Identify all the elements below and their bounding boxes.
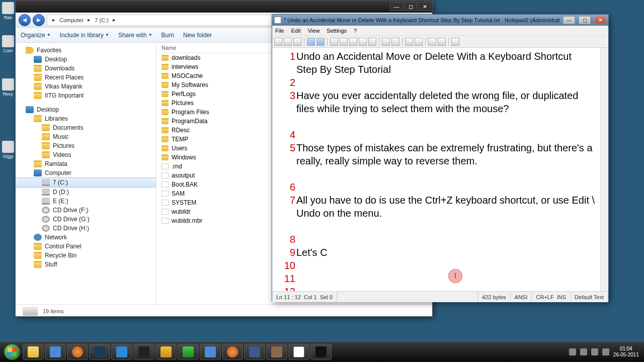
start-button[interactable] (2, 342, 22, 362)
zoomout-icon[interactable] (415, 38, 423, 46)
system-tray[interactable]: 01:04 26-05-2011 (569, 346, 642, 358)
include-library-button[interactable]: Include in library▼ (60, 32, 109, 39)
explorer-statusbar: 19 items (16, 304, 432, 317)
tree-item[interactable]: Videos (16, 150, 156, 159)
clock[interactable]: 01:04 26-05-2011 (613, 346, 639, 358)
desktop-icon[interactable]: Com (1, 35, 15, 53)
tree-item[interactable]: Pictures (16, 141, 156, 150)
tree-item[interactable]: Downloads (16, 64, 156, 73)
back-button[interactable]: ◄ (19, 14, 31, 26)
forward-button[interactable]: ► (33, 14, 45, 26)
new-icon[interactable] (274, 38, 282, 46)
cut-icon[interactable] (330, 38, 338, 46)
maximize-button[interactable]: ◻ (579, 16, 591, 24)
tool-icon[interactable] (428, 38, 436, 46)
tray-icon[interactable] (591, 348, 598, 355)
cursor-highlight-icon: I (448, 269, 462, 283)
organize-button[interactable]: Organize▼ (21, 32, 51, 39)
replace-icon[interactable] (368, 38, 376, 46)
tree-desktop[interactable]: Desktop (16, 105, 156, 114)
open-icon[interactable] (284, 38, 292, 46)
tree-network[interactable]: Network (16, 233, 156, 242)
menu-bar: File Edit View Settings ? (272, 26, 608, 36)
tree-item[interactable]: Vikas Mayank (16, 82, 156, 91)
notepad2-titlebar[interactable]: * Undo an Accidental Move or Delete With… (272, 15, 608, 26)
tree-drive[interactable]: CD Drive (F:) (16, 206, 156, 215)
menu-help[interactable]: ? (354, 28, 357, 34)
taskbar-item[interactable] (266, 344, 287, 360)
tool-icon[interactable] (391, 38, 399, 46)
scrollbar[interactable] (600, 48, 608, 291)
share-with-button[interactable]: Share with▼ (118, 32, 152, 39)
folder-icon (162, 73, 169, 79)
taskbar-item[interactable] (45, 344, 66, 360)
text-content[interactable]: Undo an Accidental Move or Delete With a… (296, 48, 600, 291)
maximize-button[interactable]: ◻ (404, 2, 417, 11)
taskbar-item[interactable] (155, 344, 177, 360)
taskbar-item[interactable] (67, 344, 88, 360)
tree-item[interactable]: Recent Places (16, 73, 156, 82)
taskbar-item[interactable] (244, 344, 265, 360)
nav-tree[interactable]: Favorites Desktop Downloads Recent Place… (16, 43, 156, 304)
close-button[interactable]: ✕ (594, 16, 606, 24)
taskbar-item[interactable] (178, 344, 199, 360)
close-button[interactable]: ✕ (418, 2, 431, 11)
tree-item[interactable]: Stuff (16, 260, 156, 269)
save-icon[interactable] (293, 38, 301, 46)
tree-item[interactable]: Music (16, 132, 156, 141)
taskbar-item-cmd[interactable] (310, 344, 332, 360)
taskbar-item[interactable] (133, 344, 154, 360)
taskbar-item[interactable] (89, 344, 110, 360)
paste-icon[interactable] (349, 38, 357, 46)
taskbar-item-firefox[interactable] (222, 344, 243, 360)
tree-drive-c[interactable]: 7 (C:) (16, 177, 156, 188)
toolbar (272, 36, 608, 48)
taskbar-item-notepad2[interactable] (288, 344, 309, 360)
taskbar-item[interactable] (111, 344, 132, 360)
burn-button[interactable]: Burn (162, 32, 174, 39)
redo-icon[interactable] (316, 38, 325, 46)
tool-icon[interactable] (438, 38, 446, 46)
tree-drive[interactable]: E (E:) (16, 197, 156, 206)
tree-item[interactable]: Desktop (16, 55, 156, 64)
folder-icon (162, 82, 169, 88)
folder-icon (162, 154, 169, 160)
folder-icon (162, 64, 169, 70)
taskbar-item-explorer[interactable] (23, 344, 44, 360)
desktop-icon[interactable]: Ran (1, 2, 15, 20)
tree-libraries[interactable]: Libraries (16, 114, 156, 123)
desktop-icon[interactable]: Recy (1, 78, 15, 97)
tray-icon[interactable] (569, 348, 576, 355)
tree-drive[interactable]: CD Drive (H:) (16, 224, 156, 233)
tree-computer[interactable]: Computer (16, 168, 156, 177)
explorer-titlebar[interactable]: — ◻ ✕ (16, 1, 432, 13)
tree-item[interactable]: Documents (16, 123, 156, 132)
taskbar-item[interactable] (200, 344, 221, 360)
new-folder-button[interactable]: New folder (183, 32, 212, 39)
menu-file[interactable]: File (275, 28, 284, 34)
volume-icon[interactable] (602, 348, 609, 355)
tray-icon[interactable] (580, 348, 587, 355)
copy-icon[interactable] (340, 38, 348, 46)
find-icon[interactable] (359, 38, 367, 46)
tree-drive[interactable]: D (D:) (16, 188, 156, 197)
tree-drive[interactable]: CD Drive (G:) (16, 215, 156, 224)
editor-area[interactable]: 123456789101112 Undo an Accidental Move … (272, 48, 608, 291)
minimize-button[interactable]: — (390, 2, 403, 11)
file-icon (162, 182, 169, 188)
tree-control-panel[interactable]: Control Panel (16, 242, 156, 251)
undo-icon[interactable] (307, 38, 315, 46)
minimize-button[interactable]: — (563, 16, 575, 24)
menu-settings[interactable]: Settings (327, 28, 347, 34)
wordwrap-icon[interactable] (382, 38, 390, 46)
tool-icon[interactable] (451, 38, 459, 46)
menu-view[interactable]: View (308, 28, 320, 34)
desktop-icon[interactable]: Giggi (1, 141, 15, 159)
zoomin-icon[interactable] (405, 38, 413, 46)
tree-item[interactable]: Ramlata (16, 159, 156, 168)
tree-item[interactable]: IITG Important (16, 91, 156, 100)
tree-recycle-bin[interactable]: Recycle Bin (16, 251, 156, 260)
menu-edit[interactable]: Edit (291, 28, 301, 34)
tree-favorites[interactable]: Favorites (16, 46, 156, 55)
item-count: 19 items (43, 308, 64, 314)
